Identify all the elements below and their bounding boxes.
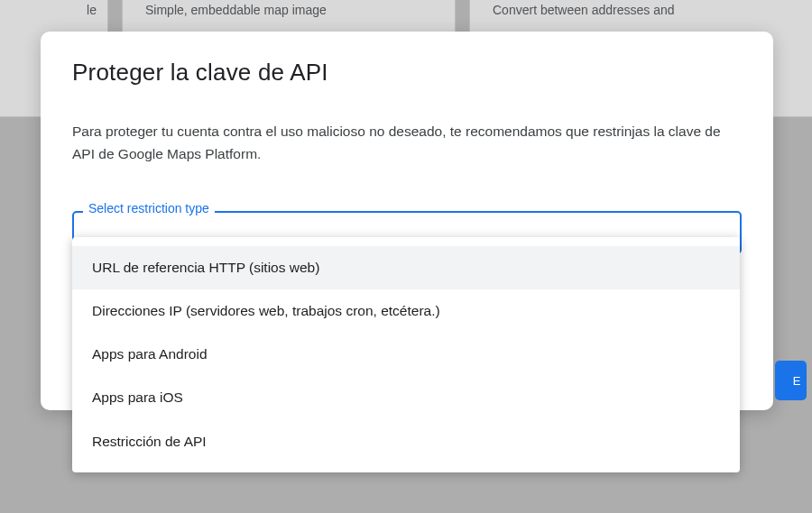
dropdown-option-api-restriction[interactable]: Restricción de API (72, 420, 740, 463)
background-button-fragment: E (775, 361, 807, 400)
dialog-title: Proteger la clave de API (72, 59, 742, 87)
select-label: Select restriction type (83, 201, 215, 215)
dropdown-option-http-referrer[interactable]: URL de referencia HTTP (sitios web) (72, 246, 740, 289)
dropdown-option-android-apps[interactable]: Apps para Android (72, 333, 740, 376)
dropdown-option-ip-addresses[interactable]: Direcciones IP (servidores web, trabajos… (72, 289, 740, 333)
restriction-type-dropdown-menu: URL de referencia HTTP (sitios web) Dire… (72, 237, 740, 472)
dropdown-option-ios-apps[interactable]: Apps para iOS (72, 376, 740, 419)
dialog-description: Para proteger tu cuenta contra el uso ma… (72, 121, 722, 166)
